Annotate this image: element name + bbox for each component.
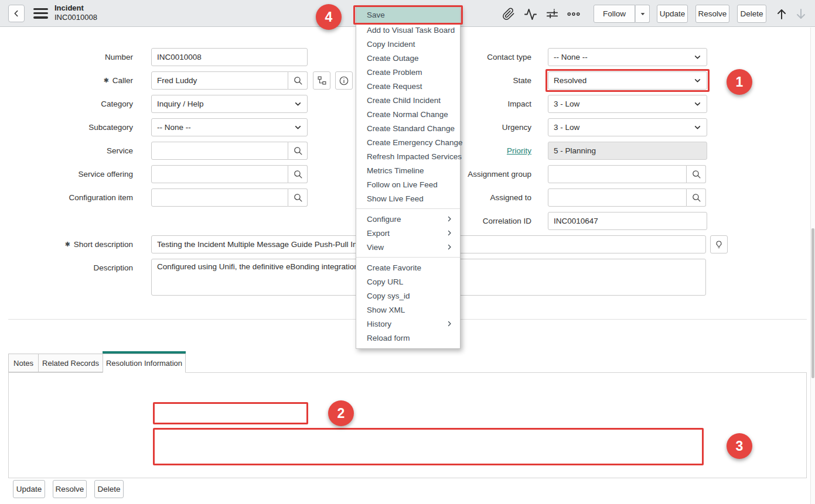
chevron-down-icon <box>694 100 701 108</box>
configuration-item-input[interactable] <box>151 188 288 207</box>
menu-item-follow-on-live-feed[interactable]: Follow on Live Feed <box>356 177 460 191</box>
contact-type-select[interactable]: -- None -- <box>548 48 707 66</box>
impact-select[interactable]: 3 - Low <box>548 95 707 113</box>
menu-item-show-xml[interactable]: Show XML <box>356 303 460 317</box>
activity-stream-icon[interactable] <box>523 7 537 21</box>
service-input[interactable] <box>151 142 288 160</box>
service-offering-field <box>151 165 308 183</box>
menu-item-create-child-incident[interactable]: Create Child Incident <box>356 93 460 107</box>
follow-dropdown-button[interactable] <box>635 5 650 23</box>
menu-item-show-live-feed[interactable]: Show Live Feed <box>356 191 460 205</box>
resolution-information-panel <box>8 372 807 478</box>
menu-item-copy-url[interactable]: Copy URL <box>356 275 460 289</box>
tab-related-records[interactable]: Related Records <box>38 354 103 372</box>
chevron-down-icon <box>694 53 701 61</box>
previous-record-icon[interactable] <box>775 7 789 21</box>
menu-item-configure[interactable]: Configure <box>356 212 460 226</box>
menu-item-copy-incident[interactable]: Copy Incident <box>356 37 460 51</box>
more-options-icon[interactable] <box>567 7 581 21</box>
personalize-form-icon[interactable] <box>545 7 559 21</box>
scrollbar-thumb[interactable] <box>811 228 814 378</box>
menu-item-add-to-visual-task-board[interactable]: Add to Visual Task Board <box>356 23 460 37</box>
priority-link[interactable]: Priority <box>507 146 531 155</box>
menu-item-export[interactable]: Export <box>356 226 460 240</box>
tab-notes[interactable]: Notes <box>8 354 39 372</box>
subcategory-select[interactable]: -- None -- <box>151 118 308 136</box>
assigned-to-search-icon[interactable] <box>687 188 706 207</box>
menu-item-refresh-impacted-services[interactable]: Refresh Impacted Services <box>356 149 460 163</box>
next-record-icon[interactable] <box>794 7 808 21</box>
mandatory-icon: ✱ <box>104 77 109 84</box>
attachment-icon[interactable] <box>502 7 516 21</box>
menu-item-view[interactable]: View <box>356 240 460 254</box>
service-field <box>151 142 308 160</box>
menu-item-metrics-timeline[interactable]: Metrics Timeline <box>356 163 460 177</box>
menu-item-history[interactable]: History <box>356 317 460 331</box>
assigned-to-field <box>548 188 706 207</box>
footer-resolve-button[interactable]: Resolve <box>53 480 87 498</box>
menu-item-reload-form[interactable]: Reload form <box>356 331 460 345</box>
context-menu: Save Add to Visual Task Board Copy Incid… <box>356 6 461 349</box>
service-offering-label: Service offering <box>16 165 133 183</box>
assignment-group-input[interactable] <box>548 165 687 183</box>
urgency-select[interactable]: 3 - Low <box>548 118 707 136</box>
tab-resolution-information[interactable]: Resolution Information <box>103 354 186 373</box>
follow-button[interactable]: Follow <box>594 5 635 23</box>
service-offering-search-icon[interactable] <box>288 165 308 183</box>
menu-item-create-standard-change[interactable]: Create Standard Change <box>356 121 460 135</box>
service-search-icon[interactable] <box>288 142 308 160</box>
vertical-scrollbar[interactable] <box>810 28 815 504</box>
menu-item-create-outage[interactable]: Create Outage <box>356 51 460 65</box>
subcategory-label: Subcategory <box>16 118 133 136</box>
caller-label: ✱Caller <box>16 71 133 90</box>
submenu-arrow-icon <box>446 244 453 251</box>
category-select[interactable]: Inquiry / Help <box>151 95 308 113</box>
caller-info-icon[interactable] <box>335 71 353 90</box>
caller-input[interactable] <box>151 71 288 90</box>
footer-delete-button[interactable]: Delete <box>94 480 124 498</box>
assignment-group-search-icon[interactable] <box>687 165 706 183</box>
state-select[interactable]: Resolved <box>548 71 707 90</box>
assigned-to-input[interactable] <box>548 188 687 207</box>
record-type-label: Incident <box>54 4 97 13</box>
caller-search-icon[interactable] <box>288 71 308 90</box>
mandatory-icon: ✱ <box>64 241 70 248</box>
configuration-item-field <box>151 188 308 207</box>
annotation-badge-2: 2 <box>328 400 354 426</box>
delete-button[interactable]: Delete <box>737 5 766 23</box>
menu-separator <box>356 208 460 209</box>
active-tab-indicator <box>103 351 186 354</box>
resolve-button[interactable]: Resolve <box>695 5 729 23</box>
correlation-id-input[interactable] <box>548 212 707 230</box>
service-offering-input[interactable] <box>151 165 288 183</box>
chevron-down-icon <box>294 100 302 108</box>
annotation-badge-3: 3 <box>727 433 752 459</box>
submenu-arrow-icon <box>446 320 453 327</box>
configuration-item-search-icon[interactable] <box>288 188 308 207</box>
menu-item-create-favorite[interactable]: Create Favorite <box>356 260 460 275</box>
menu-item-copy-sys-id[interactable]: Copy sys_id <box>356 289 460 303</box>
chevron-down-icon <box>294 124 302 131</box>
suggestion-lightbulb-icon[interactable] <box>710 235 728 253</box>
back-button[interactable] <box>8 5 25 22</box>
submenu-arrow-icon <box>446 229 453 236</box>
footer-update-button[interactable]: Update <box>13 480 45 498</box>
menu-item-create-emergency-change[interactable]: Create Emergency Change <box>356 135 460 149</box>
category-label: Category <box>16 95 133 113</box>
annotation-badge-1: 1 <box>727 69 752 95</box>
incident-form-screen: Incident INC0010008 Follow Update Resolv… <box>0 0 815 504</box>
menu-item-create-normal-change[interactable]: Create Normal Change <box>356 107 460 121</box>
description-label: Description <box>16 259 133 277</box>
menu-item-create-problem[interactable]: Create Problem <box>356 65 460 79</box>
update-button[interactable]: Update <box>657 5 688 23</box>
assignment-group-field <box>548 165 706 183</box>
context-menu-icon[interactable] <box>33 8 48 19</box>
chevron-down-icon <box>694 77 701 84</box>
configuration-item-label: Configuration item <box>16 188 133 207</box>
menu-item-save[interactable]: Save <box>356 6 460 23</box>
number-input[interactable] <box>151 48 308 66</box>
menu-separator <box>356 257 460 258</box>
menu-item-create-request[interactable]: Create Request <box>356 79 460 93</box>
caller-hierarchy-icon[interactable] <box>313 71 330 90</box>
record-number-label: INC0010008 <box>54 13 97 22</box>
